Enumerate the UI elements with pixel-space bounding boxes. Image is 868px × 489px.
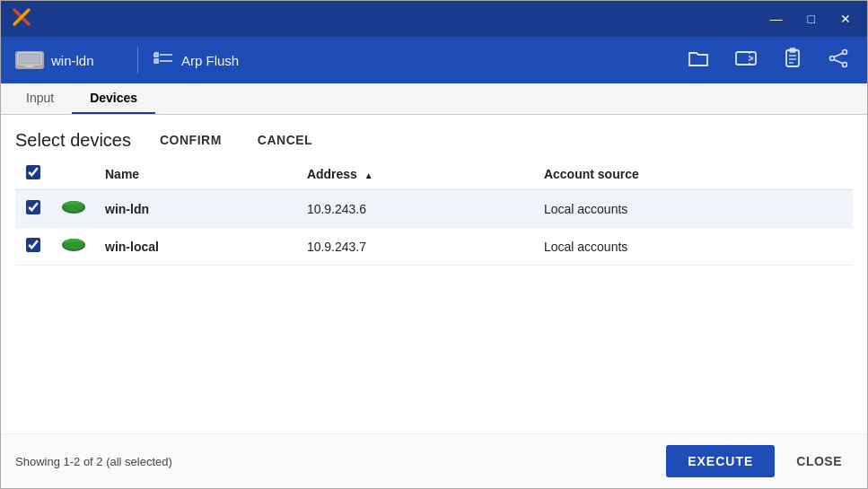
svg-point-18 [830, 56, 835, 60]
svg-point-17 [843, 62, 847, 66]
share-icon-button[interactable] [824, 45, 853, 76]
close-dialog-button[interactable]: CLOSE [785, 445, 853, 477]
row-name: win-ldn [96, 190, 298, 228]
window-controls: — □ ✕ [765, 11, 856, 27]
toolbar-task-name: Arp Flush [181, 53, 239, 68]
col-header-address[interactable]: Address ▲ [298, 158, 535, 190]
svg-line-20 [834, 59, 843, 63]
row-address: 10.9.243.6 [298, 190, 535, 228]
row-device-icon-cell [51, 190, 96, 228]
col-header-name: Name [96, 158, 298, 190]
svg-point-28 [64, 240, 83, 249]
content-area: Select devices CONFIRM CANCEL Name Addre… [1, 115, 867, 433]
row-checkbox[interactable] [26, 200, 40, 214]
toolbar-device: win-ldn [15, 51, 123, 69]
svg-line-19 [834, 53, 843, 57]
devices-table-container: Name Address ▲ Account source win-ldn10.… [1, 158, 867, 433]
sort-arrow-icon: ▲ [364, 170, 373, 180]
clipboard-icon-button[interactable] [779, 44, 806, 77]
ticket-icon-button[interactable] [731, 45, 761, 76]
svg-point-16 [843, 49, 847, 54]
toolbar: win-ldn Arp Flush [1, 37, 867, 83]
svg-rect-3 [20, 55, 39, 63]
row-address: 10.9.243.7 [298, 228, 535, 266]
execute-button[interactable]: EXECUTE [666, 445, 775, 477]
device-icon [15, 51, 44, 69]
footer: Showing 1-2 of 2 (all selected) EXECUTE … [1, 433, 867, 488]
col-header-icon [51, 158, 96, 190]
main-window: — □ ✕ win-ldn [0, 0, 868, 489]
footer-buttons: EXECUTE CLOSE [666, 445, 853, 477]
toolbar-action-icons [684, 44, 853, 77]
content-header: Select devices CONFIRM CANCEL [1, 115, 867, 158]
row-account-source: Local accounts [535, 228, 853, 266]
row-checkbox-cell [15, 228, 51, 266]
row-checkbox-cell [15, 190, 51, 228]
close-button[interactable]: ✕ [835, 11, 856, 27]
svg-point-10 [750, 57, 754, 60]
tab-devices[interactable]: Devices [72, 83, 155, 114]
app-logo [12, 7, 31, 31]
col-header-account-source: Account source [535, 158, 853, 190]
minimize-button[interactable]: — [765, 11, 788, 27]
tab-bar: Input Devices [1, 83, 867, 115]
svg-point-24 [64, 203, 83, 212]
table-header-row: Name Address ▲ Account source [15, 158, 853, 190]
device-type-icon [60, 237, 87, 253]
footer-info: Showing 1-2 of 2 (all selected) [15, 455, 172, 468]
titlebar: — □ ✕ [1, 1, 867, 37]
toolbar-separator [137, 47, 138, 74]
toolbar-device-name: win-ldn [51, 53, 94, 68]
table-row: win-local10.9.243.7Local accounts [15, 228, 853, 266]
devices-table: Name Address ▲ Account source win-ldn10.… [15, 158, 853, 266]
tab-input[interactable]: Input [8, 83, 72, 114]
toolbar-task: Arp Flush [153, 49, 239, 72]
maximize-button[interactable]: □ [802, 11, 820, 27]
col-header-checkbox [15, 158, 51, 190]
row-checkbox[interactable] [26, 238, 40, 252]
cancel-button[interactable]: CANCEL [250, 129, 320, 151]
row-device-icon-cell [51, 228, 96, 266]
section-title: Select devices [15, 130, 131, 151]
svg-rect-4 [25, 65, 34, 67]
device-type-icon [60, 199, 87, 215]
row-account-source: Local accounts [535, 190, 853, 228]
confirm-button[interactable]: CONFIRM [153, 129, 229, 151]
row-name: win-local [96, 228, 298, 266]
select-all-checkbox[interactable] [26, 165, 40, 179]
folder-icon-button[interactable] [684, 45, 713, 76]
table-row: win-ldn10.9.243.6Local accounts [15, 190, 853, 228]
task-icon [153, 49, 174, 72]
